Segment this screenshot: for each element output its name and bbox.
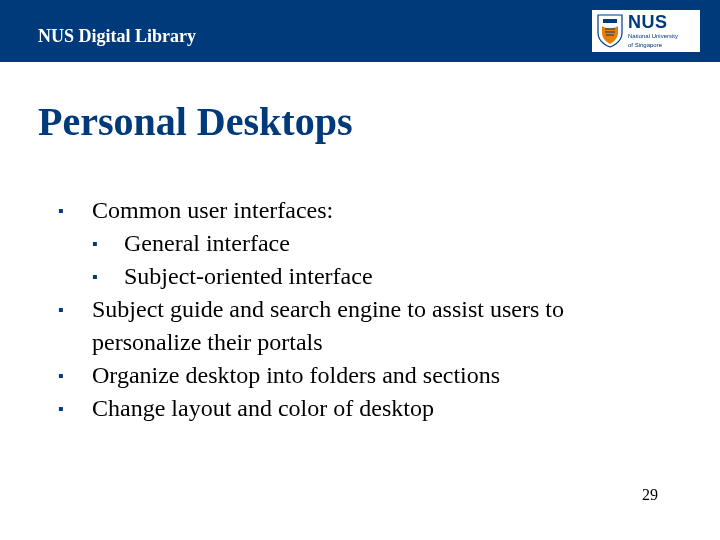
bullet-1b: ▪ Subject-oriented interface [92, 260, 670, 293]
header-bar: NUS Digital Library NUS National Univers… [0, 0, 720, 62]
bullet-3: ▪ Organize desktop into folders and sect… [58, 359, 670, 392]
slide-body: ▪ Common user interfaces: ▪ General inte… [58, 194, 670, 425]
svg-rect-0 [603, 19, 617, 23]
logo-text: NUS National University of Singapore [628, 13, 678, 48]
bullet-text: Subject-oriented interface [124, 260, 373, 293]
bullet-icon: ▪ [58, 392, 92, 425]
bullet-icon: ▪ [92, 260, 124, 293]
crest-icon [596, 13, 624, 49]
bullet-icon: ▪ [58, 293, 92, 326]
slide-title: Personal Desktops [38, 98, 352, 145]
bullet-icon: ▪ [92, 227, 124, 260]
logo: NUS National University of Singapore [592, 10, 700, 52]
logo-subtitle-2: of Singapore [628, 42, 678, 49]
logo-word: NUS [628, 13, 678, 31]
logo-subtitle-1: National University [628, 33, 678, 40]
header-title: NUS Digital Library [38, 26, 196, 47]
slide: NUS Digital Library NUS National Univers… [0, 0, 720, 540]
bullet-text: General interface [124, 227, 290, 260]
bullet-text: Change layout and color of desktop [92, 392, 434, 425]
bullet-1: ▪ Common user interfaces: [58, 194, 670, 227]
bullet-1a: ▪ General interface [92, 227, 670, 260]
bullet-icon: ▪ [58, 194, 92, 227]
bullet-2: ▪ Subject guide and search engine to ass… [58, 293, 670, 359]
bullet-4: ▪ Change layout and color of desktop [58, 392, 670, 425]
bullet-text: Organize desktop into folders and sectio… [92, 359, 500, 392]
bullet-text: Common user interfaces: [92, 194, 333, 227]
bullet-text: Subject guide and search engine to assis… [92, 293, 670, 359]
page-number: 29 [642, 486, 658, 504]
bullet-icon: ▪ [58, 359, 92, 392]
